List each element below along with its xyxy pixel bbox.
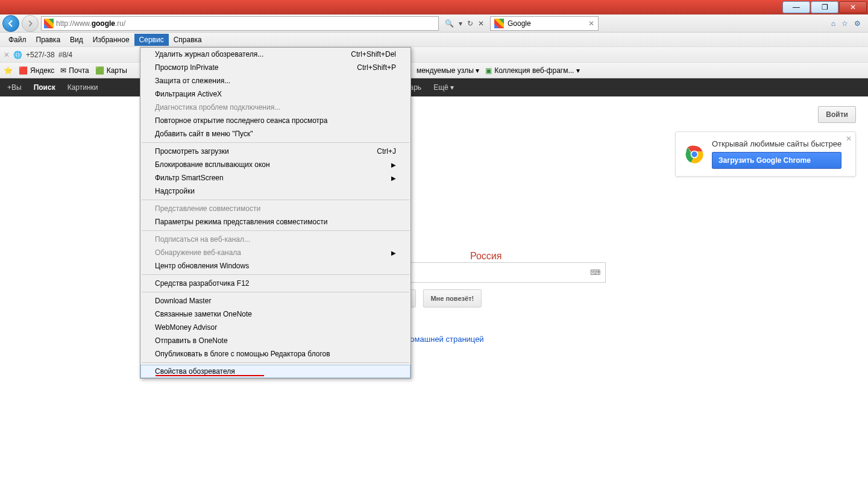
maximize-button[interactable]: ❐ bbox=[811, 1, 838, 13]
menu-item[interactable]: Добавить сайт в меню "Пуск" bbox=[140, 127, 410, 140]
menu-bar: Файл Правка Вид Избранное Сервис Справка bbox=[0, 33, 868, 47]
menu-item[interactable]: Связанные заметки OneNote bbox=[140, 307, 410, 321]
menu-item[interactable]: Надстройки bbox=[140, 184, 410, 198]
menu-item[interactable]: Блокирование всплывающих окон▶ bbox=[140, 158, 410, 171]
keyboard-icon[interactable]: ⌨ bbox=[590, 268, 600, 277]
service-menu-dropdown: Удалить журнал обозревателя...Ctrl+Shift… bbox=[140, 47, 411, 379]
web-slices[interactable]: ▣Коллекция веб-фрагм... ▾ bbox=[485, 66, 580, 75]
menu-item[interactable]: Защита от слежения... bbox=[140, 74, 410, 87]
favorite-mail[interactable]: ✉Почта bbox=[60, 66, 89, 75]
menu-view[interactable]: Вид bbox=[65, 34, 88, 46]
promo-close-icon[interactable]: ✕ bbox=[846, 134, 852, 143]
minimize-button[interactable]: — bbox=[782, 1, 810, 13]
gbar-you[interactable]: +Вы bbox=[7, 83, 22, 92]
logo-region: Россия bbox=[470, 251, 518, 262]
extension-toolbar: ✕ 🌐 +527/-38 #8/4 bbox=[0, 47, 868, 63]
favorite-maps[interactable]: 🟩Карты bbox=[95, 66, 127, 75]
menu-item[interactable]: Удалить журнал обозревателя...Ctrl+Shift… bbox=[140, 48, 410, 61]
google-black-bar: +Вы Поиск Картинки дарь Ещё ▾ bbox=[0, 78, 868, 96]
stop-icon[interactable]: ✕ bbox=[478, 19, 484, 28]
gbar-more[interactable]: Ещё ▾ bbox=[433, 83, 454, 92]
refresh-icon[interactable]: ↻ bbox=[467, 19, 473, 28]
menu-item[interactable]: Download Master bbox=[140, 294, 410, 307]
suggested-sites[interactable]: мендуемые узлы ▾ bbox=[417, 66, 479, 75]
home-icon[interactable]: ⌂ bbox=[831, 19, 835, 28]
menu-item: Представление совместимости bbox=[140, 202, 410, 215]
tab-close-icon[interactable]: ✕ bbox=[588, 19, 594, 28]
menu-item[interactable]: WebMoney Advisor bbox=[140, 321, 410, 334]
site-favicon bbox=[44, 19, 54, 28]
gbar-images[interactable]: Картинки bbox=[68, 83, 98, 92]
add-favorite-star-icon[interactable]: ⭐ bbox=[4, 66, 13, 75]
back-button[interactable] bbox=[2, 15, 19, 32]
url-text[interactable]: http://www.google.ru/ bbox=[56, 19, 436, 28]
globe-icon[interactable]: 🌐 bbox=[13, 51, 22, 59]
menu-item[interactable]: Фильтр SmartScreen▶ bbox=[140, 171, 410, 184]
window-tools: ⌂ ☆ ⚙ bbox=[831, 19, 866, 28]
menu-item[interactable]: Повторное открытие последнего сеанса про… bbox=[140, 114, 410, 127]
close-toolbar-icon[interactable]: ✕ bbox=[4, 51, 10, 59]
menu-item[interactable]: Просмотреть загрузкиCtrl+J bbox=[140, 145, 410, 158]
menu-item[interactable]: Фильтрация ActiveX bbox=[140, 87, 410, 101]
signin-button[interactable]: Войти bbox=[818, 106, 856, 123]
url-action-icons: 🔍 ▾ ↻ ✕ bbox=[441, 19, 488, 28]
stat-text: +527/-38 bbox=[26, 51, 55, 59]
tab-title: Google bbox=[508, 19, 531, 28]
feeling-lucky-button[interactable]: Мне повезёт! bbox=[423, 289, 482, 307]
forward-button[interactable] bbox=[22, 15, 39, 32]
window-titlebar: — ❐ ✕ bbox=[0, 0, 868, 14]
gbar-search[interactable]: Поиск bbox=[34, 83, 55, 92]
menu-service[interactable]: Сервис bbox=[134, 34, 169, 46]
favorites-star-icon[interactable]: ☆ bbox=[841, 19, 848, 28]
menu-item[interactable]: Опубликовать в блоге с помощью Редактора… bbox=[140, 347, 410, 361]
menu-item: Обнаружение веб-канала▶ bbox=[140, 246, 410, 259]
menu-item[interactable]: Центр обновления Windows bbox=[140, 259, 410, 273]
tools-gear-icon[interactable]: ⚙ bbox=[854, 19, 861, 28]
address-bar[interactable]: http://www.google.ru/ bbox=[41, 16, 439, 31]
menu-item[interactable]: Отправить в OneNote bbox=[140, 334, 410, 347]
chrome-icon bbox=[683, 143, 706, 166]
close-window-button[interactable]: ✕ bbox=[839, 1, 867, 13]
menu-item[interactable]: Параметры режима представления совместим… bbox=[140, 215, 410, 229]
menu-help[interactable]: Справка bbox=[169, 34, 207, 46]
menu-item: Диагностика проблем подключения... bbox=[140, 101, 410, 114]
search-dropdown-icon[interactable]: ▾ bbox=[459, 19, 462, 28]
hash-text: #8/4 bbox=[58, 51, 72, 59]
promo-text: Открывай любимые сайты быстрее bbox=[712, 139, 841, 148]
promo-download-button[interactable]: Загрузить Google Chrome bbox=[712, 152, 841, 169]
menu-favorites[interactable]: Избранное bbox=[88, 34, 134, 46]
navigation-toolbar: http://www.google.ru/ 🔍 ▾ ↻ ✕ Google ✕ ⌂… bbox=[0, 14, 868, 33]
menu-edit[interactable]: Правка bbox=[31, 34, 66, 46]
menu-file[interactable]: Файл bbox=[4, 34, 31, 46]
menu-item[interactable]: Просмотр InPrivateCtrl+Shift+P bbox=[140, 61, 410, 74]
menu-item[interactable]: Свойства обозревателя bbox=[140, 365, 410, 378]
chrome-promo: ✕ Открывай любимые сайты быстрее Загрузи… bbox=[675, 131, 856, 177]
browser-tab[interactable]: Google ✕ bbox=[490, 16, 599, 31]
menu-item[interactable]: Средства разработчика F12 bbox=[140, 277, 410, 290]
favorites-bar: ⭐ 🟥Яндекс ✉Почта 🟩Карты мендуемые узлы ▾… bbox=[0, 63, 868, 78]
tab-favicon bbox=[494, 19, 504, 28]
search-icon[interactable]: 🔍 bbox=[445, 19, 454, 28]
favorite-yandex[interactable]: 🟥Яндекс bbox=[19, 66, 54, 75]
menu-item: Подписаться на веб-канал... bbox=[140, 233, 410, 246]
page-content: Войти ✕ Открывай любимые сайты быстрее З… bbox=[0, 96, 868, 498]
